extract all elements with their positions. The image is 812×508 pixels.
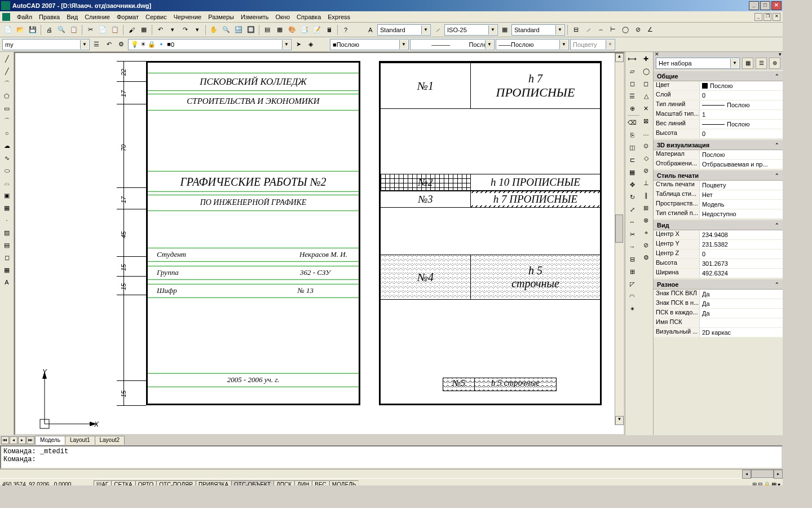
osnap-ins-icon[interactable]: ⊞ (641, 202, 652, 213)
locate-icon[interactable]: ⊕ (626, 103, 638, 114)
osnap-nea-icon[interactable]: ⌖ (641, 227, 652, 238)
markup-icon[interactable]: 📝 (311, 24, 323, 36)
mdi-minimize-button[interactable]: _ (754, 13, 762, 21)
close-button[interactable]: ✕ (771, 1, 782, 10)
distance-icon[interactable]: ⟷ (626, 53, 638, 64)
menu-modify[interactable]: Изменить (241, 14, 269, 20)
osnap-per-icon[interactable]: ⊥ (641, 177, 652, 189)
pan-icon[interactable]: ✋ (208, 24, 219, 36)
h-scrollbar[interactable]: ◂ ▸ (0, 469, 783, 478)
trim-icon[interactable]: ✂ (626, 229, 638, 240)
region-icon[interactable]: ◻ (1, 252, 12, 263)
mdi-close-button[interactable]: ✕ (773, 13, 780, 21)
command-line[interactable]: Команда: _mtedit Команда: (0, 445, 783, 469)
mirror-icon[interactable]: ◫ (626, 142, 638, 153)
lineweight-combo[interactable]: —— Послою▼ (496, 39, 569, 50)
tab-prev-button[interactable]: ◂ (10, 436, 17, 444)
prop-row[interactable]: Центр X234.9408 (654, 230, 783, 240)
gradient-icon[interactable]: ▤ (1, 239, 12, 251)
dimstyle-combo[interactable]: ISO-25▼ (444, 24, 498, 36)
prop-group-header[interactable]: Разное⌃ (654, 279, 783, 290)
prop-group-header[interactable]: Общие⌃ (654, 71, 783, 81)
osnap-temp-icon[interactable]: ✚ (641, 53, 652, 64)
osnap-int-icon[interactable]: ✕ (641, 103, 652, 114)
tray-icon[interactable]: ▾ (778, 481, 780, 485)
tray-icon[interactable]: 🔒 (764, 481, 770, 485)
rectangle-icon[interactable]: ▭ (1, 103, 12, 114)
osnap-from-icon[interactable]: ◯ (641, 65, 652, 77)
tab-first-button[interactable]: ⏮ (1, 436, 9, 444)
osnap-end-icon[interactable]: ◻ (641, 78, 652, 89)
drawing-canvas[interactable]: 22 17 70 17 45 15 15 15 ПСКОВСКИЙ КОЛЛЕД… (14, 52, 625, 435)
status-toggle-ПРИВЯЗКА[interactable]: ПРИВЯЗКА (196, 480, 231, 485)
menu-express[interactable]: Express (328, 14, 350, 20)
status-toggle-ДПСК[interactable]: ДПСК (273, 480, 294, 485)
tab-layout2[interactable]: Layout2 (95, 436, 125, 445)
tab-last-button[interactable]: ⏭ (27, 436, 34, 444)
stretch-icon[interactable]: ↔ (626, 216, 638, 227)
prop-row[interactable]: Масштаб тип...1 (654, 110, 783, 120)
menu-tools[interactable]: Сервис (145, 14, 167, 20)
tablestyle-combo[interactable]: Standard▼ (511, 24, 565, 36)
tab-next-button[interactable]: ▸ (18, 436, 26, 444)
explode-icon[interactable]: ✴ (626, 303, 638, 314)
dim-diameter-icon[interactable]: ⊘ (632, 24, 643, 36)
block-editor-icon[interactable]: ▦ (138, 24, 149, 36)
polygon-icon[interactable]: ⬠ (1, 90, 12, 102)
menu-dimension[interactable]: Размеры (208, 14, 234, 20)
scroll-left-button[interactable]: ◂ (742, 470, 751, 479)
osnap-par-icon[interactable]: ∥ (641, 190, 652, 201)
copy-icon[interactable]: 📄 (97, 24, 108, 36)
dim-radius-icon[interactable]: ◯ (620, 24, 631, 36)
zoom-window-icon[interactable]: 🔲 (245, 24, 257, 36)
tray-icon[interactable]: ⊞ (752, 481, 757, 485)
prop-group-header[interactable]: 3D визуализация⌃ (654, 140, 783, 150)
menu-format[interactable]: Формат (117, 14, 139, 20)
prop-row[interactable]: ЦветПослою (654, 81, 783, 91)
layer-iso-icon[interactable]: ◈ (305, 39, 316, 50)
osnap-cen-icon[interactable]: ⊙ (641, 140, 652, 151)
match-prop-icon[interactable]: 🖌 (126, 24, 137, 36)
dimstyle-icon[interactable]: ⟋ (432, 24, 443, 36)
cut-icon[interactable]: ✂ (85, 24, 96, 36)
print-preview-icon[interactable]: 🔍 (56, 24, 67, 36)
prop-group-header[interactable]: Стиль печати⌃ (654, 170, 783, 181)
print-icon[interactable]: 🖨 (43, 24, 55, 36)
prop-row[interactable]: Пространств...Модель (654, 200, 783, 209)
move-icon[interactable]: ✥ (626, 179, 638, 190)
area-icon[interactable]: ▱ (626, 65, 638, 77)
rotate-icon[interactable]: ↻ (626, 191, 638, 203)
layer-states-icon[interactable]: ⚙ (116, 39, 127, 50)
pline-icon[interactable]: ⌒ (1, 78, 12, 89)
tab-layout1[interactable]: Layout1 (65, 436, 95, 445)
quickcalc-icon[interactable]: 🖩 (324, 24, 335, 36)
osnap-ext-icon[interactable]: … (641, 128, 652, 139)
fillet-icon[interactable]: ◠ (626, 291, 638, 302)
region-icon[interactable]: ◻ (626, 78, 638, 89)
prop-row[interactable]: Слой0 (654, 91, 783, 100)
list-icon[interactable]: ☰ (626, 90, 638, 102)
tab-model[interactable]: Модель (35, 436, 65, 445)
redo-dropdown-icon[interactable]: ▾ (192, 24, 203, 36)
new-icon[interactable]: 📄 (2, 24, 14, 36)
selectobj-button[interactable]: ☰ (756, 58, 767, 69)
quickselect-button[interactable]: ▦ (742, 58, 753, 69)
prop-group-header[interactable]: Вид⌃ (654, 220, 783, 230)
status-toggle-СЕТКА[interactable]: СЕТКА (111, 480, 135, 485)
arc-icon[interactable]: ⌒ (1, 115, 12, 126)
osnap-qua-icon[interactable]: ◇ (641, 152, 652, 164)
osnap-appint-icon[interactable]: ⊠ (641, 115, 652, 126)
offset-icon[interactable]: ⊏ (626, 154, 638, 165)
prop-row[interactable]: Отображени...Отбрасываемая и пр... (654, 160, 783, 169)
tray-icon[interactable]: ⊟ (758, 481, 762, 485)
designcenter-icon[interactable]: ▦ (274, 24, 285, 36)
prop-row[interactable]: Вес линийПослою (654, 120, 783, 129)
dim-aligned-icon[interactable]: ⟋ (582, 24, 594, 36)
zoom-prev-icon[interactable]: 🔙 (233, 24, 244, 36)
prop-row[interactable]: Имя ПСК (654, 318, 783, 328)
prop-row[interactable]: Центр Z0 (654, 249, 783, 259)
status-toggle-ОРТО[interactable]: ОРТО (135, 480, 156, 485)
osnap-node-icon[interactable]: ⊗ (641, 214, 652, 226)
chamfer-icon[interactable]: ◸ (626, 278, 638, 290)
copy-icon[interactable]: ⎘ (626, 129, 638, 141)
